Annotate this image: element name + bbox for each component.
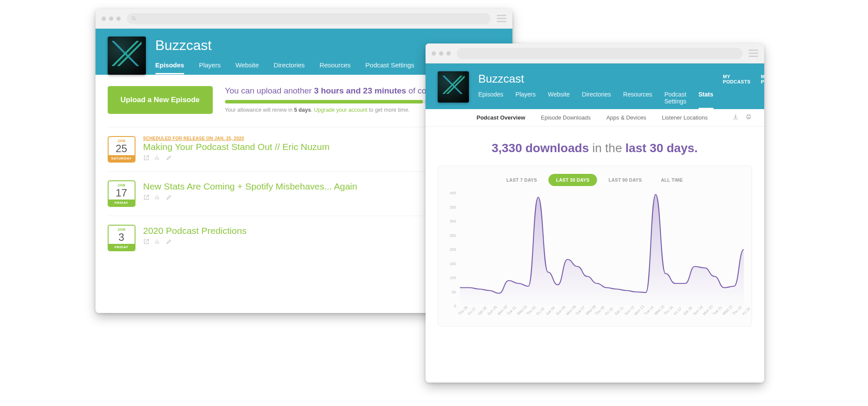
link-my-podcasts[interactable]: MY PODCASTS xyxy=(723,74,751,84)
range-90[interactable]: LAST 90 DAYS xyxy=(601,174,650,186)
tab-website[interactable]: Website xyxy=(548,91,570,109)
tab-resources[interactable]: Resources xyxy=(320,61,351,74)
date-badge: JAN3FRIDAY xyxy=(108,225,135,251)
tab-directories[interactable]: Directories xyxy=(274,61,305,74)
share-icon[interactable] xyxy=(143,155,149,161)
edit-icon[interactable] xyxy=(166,155,172,161)
browser-chrome xyxy=(426,43,764,63)
date-badge: JAN17FRIDAY xyxy=(108,180,135,207)
tab-resources[interactable]: Resources xyxy=(623,91,652,109)
tab-settings[interactable]: Podcast Settings xyxy=(366,61,415,74)
tab-episodes[interactable]: Episodes xyxy=(479,91,504,109)
browser-chrome xyxy=(96,9,512,29)
range-selector: LAST 7 DAYS LAST 30 DAYS LAST 90 DAYS AL… xyxy=(444,174,746,186)
episode-title[interactable]: Making Your Podcast Stand Out // Eric Nu… xyxy=(143,142,466,152)
search-icon xyxy=(131,16,137,21)
chart-card: LAST 7 DAYS LAST 30 DAYS LAST 90 DAYS AL… xyxy=(438,166,752,326)
tab-website[interactable]: Website xyxy=(235,61,259,74)
url-bar[interactable] xyxy=(457,48,743,59)
upload-episode-button[interactable]: Upload a New Episode xyxy=(108,86,213,114)
svg-rect-3 xyxy=(747,115,749,116)
edit-icon[interactable] xyxy=(166,239,172,245)
svg-point-0 xyxy=(132,17,135,20)
tab-stats[interactable]: Stats xyxy=(699,91,713,109)
tab-settings[interactable]: Podcast Settings xyxy=(664,91,686,109)
window-controls[interactable] xyxy=(432,51,451,56)
episode-title[interactable]: New Stats Are Coming + Spotify Misbehave… xyxy=(143,181,466,192)
episode-title[interactable]: 2020 Podcast Predictions xyxy=(143,226,466,236)
stats-headline: 3,330 downloads in the last 30 days. xyxy=(438,141,752,155)
menu-icon[interactable] xyxy=(497,15,506,22)
episode-actions xyxy=(143,194,466,200)
subnav-locations[interactable]: Listener Locations xyxy=(662,114,708,121)
podcast-title: Buzzcast xyxy=(479,72,713,86)
upgrade-link[interactable]: Upgrade your account xyxy=(314,107,367,113)
share-icon[interactable] xyxy=(143,239,149,245)
allowance-amount: 3 hours and 23 minutes xyxy=(314,86,406,95)
print-icon[interactable] xyxy=(745,113,752,120)
date-badge: JAN25SATURDAY xyxy=(108,136,135,163)
share-icon[interactable] xyxy=(143,194,149,200)
stats-icon[interactable] xyxy=(155,155,161,161)
stats-subnav: Podcast Overview Episode Downloads Apps … xyxy=(426,109,764,126)
stats-icon[interactable] xyxy=(155,239,161,245)
allowance-prefix: You can upload another xyxy=(225,86,314,95)
tab-players[interactable]: Players xyxy=(515,91,536,109)
downloads-chart: 050100150200250300350400 Thu 26Fri 27Sat… xyxy=(444,193,746,323)
edit-icon[interactable] xyxy=(166,194,172,200)
tab-players[interactable]: Players xyxy=(199,61,221,74)
app-header: Buzzcast Episodes Players Website Direct… xyxy=(426,63,764,109)
svg-line-1 xyxy=(135,19,136,20)
tab-episodes[interactable]: Episodes xyxy=(155,61,185,74)
scheduled-label: SCHEDULED FOR RELEASE ON JAN. 25, 2020 xyxy=(143,136,466,141)
tab-directories[interactable]: Directories xyxy=(582,91,611,109)
episode-actions xyxy=(143,239,466,245)
stats-content: 3,330 downloads in the last 30 days. LAS… xyxy=(426,126,764,331)
range-7[interactable]: LAST 7 DAYS xyxy=(498,174,545,186)
range-all[interactable]: ALL TIME xyxy=(653,174,691,186)
stats-icon[interactable] xyxy=(155,194,161,200)
subnav-downloads[interactable]: Episode Downloads xyxy=(541,114,591,121)
header-links: MY PODCASTS MY PROFILE HELP xyxy=(723,71,764,84)
subnav-overview[interactable]: Podcast Overview xyxy=(477,114,525,121)
podcast-artwork[interactable] xyxy=(108,37,146,75)
range-30[interactable]: LAST 30 DAYS xyxy=(548,174,597,186)
url-bar[interactable] xyxy=(127,13,491,24)
episode-actions xyxy=(143,155,466,161)
subnav-apps[interactable]: Apps & Devices xyxy=(606,114,646,121)
podcast-artwork[interactable] xyxy=(438,71,469,103)
stats-window: Buzzcast Episodes Players Website Direct… xyxy=(426,43,764,383)
download-icon[interactable] xyxy=(732,113,739,120)
link-my-profile[interactable]: MY PROFILE xyxy=(761,74,764,84)
menu-icon[interactable] xyxy=(749,50,758,57)
window-controls[interactable] xyxy=(102,17,121,21)
svg-rect-2 xyxy=(746,116,750,118)
